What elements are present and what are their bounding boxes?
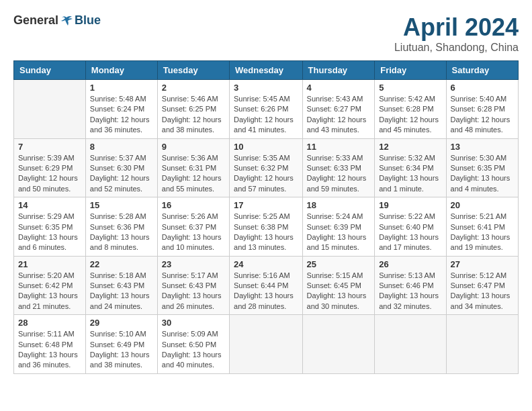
day-info: Sunrise: 5:25 AM Sunset: 6:38 PM Dayligh… — [234, 212, 298, 253]
day-number: 14 — [18, 200, 81, 210]
week-row-2: 7Sunrise: 5:39 AM Sunset: 6:29 PM Daylig… — [14, 138, 519, 197]
calendar-cell: 16Sunrise: 5:26 AM Sunset: 6:37 PM Dayli… — [157, 197, 229, 257]
calendar-cell: 11Sunrise: 5:33 AM Sunset: 6:33 PM Dayli… — [302, 138, 375, 197]
calendar-cell — [375, 315, 446, 374]
day-number: 27 — [451, 259, 514, 269]
day-info: Sunrise: 5:30 AM Sunset: 6:35 PM Dayligh… — [451, 153, 514, 195]
calendar-cell: 7Sunrise: 5:39 AM Sunset: 6:29 PM Daylig… — [14, 138, 86, 197]
logo-blue-text: Blue — [75, 13, 101, 28]
day-number: 6 — [451, 83, 514, 93]
day-info: Sunrise: 5:43 AM Sunset: 6:27 PM Dayligh… — [307, 94, 371, 136]
day-info: Sunrise: 5:21 AM Sunset: 6:41 PM Dayligh… — [451, 212, 514, 253]
day-info: Sunrise: 5:35 AM Sunset: 6:32 PM Dayligh… — [234, 153, 298, 195]
calendar-cell: 1Sunrise: 5:48 AM Sunset: 6:24 PM Daylig… — [85, 80, 157, 139]
day-info: Sunrise: 5:33 AM Sunset: 6:33 PM Dayligh… — [307, 153, 371, 195]
day-number: 1 — [90, 83, 153, 93]
day-number: 8 — [90, 142, 153, 152]
logo-bird-icon — [60, 14, 73, 28]
day-info: Sunrise: 5:48 AM Sunset: 6:24 PM Dayligh… — [90, 94, 153, 136]
day-info: Sunrise: 5:17 AM Sunset: 6:43 PM Dayligh… — [162, 271, 225, 312]
calendar-cell: 18Sunrise: 5:24 AM Sunset: 6:39 PM Dayli… — [302, 197, 375, 257]
calendar-cell: 15Sunrise: 5:28 AM Sunset: 6:36 PM Dayli… — [85, 197, 157, 257]
day-info: Sunrise: 5:29 AM Sunset: 6:35 PM Dayligh… — [18, 212, 81, 253]
day-info: Sunrise: 5:11 AM Sunset: 6:48 PM Dayligh… — [18, 329, 81, 371]
logo: General Blue — [13, 13, 101, 28]
weekday-header-row: SundayMondayTuesdayWednesdayThursdayFrid… — [14, 61, 519, 80]
day-number: 4 — [307, 83, 371, 93]
page-header: General Blue April 2024 Liutuan, Shandon… — [13, 13, 519, 54]
day-number: 11 — [307, 142, 371, 152]
day-info: Sunrise: 5:45 AM Sunset: 6:26 PM Dayligh… — [234, 94, 298, 136]
day-number: 17 — [234, 200, 298, 210]
calendar-cell: 2Sunrise: 5:46 AM Sunset: 6:25 PM Daylig… — [157, 80, 229, 139]
calendar-cell — [230, 315, 303, 374]
day-number: 3 — [234, 83, 298, 93]
calendar-cell: 9Sunrise: 5:36 AM Sunset: 6:31 PM Daylig… — [157, 138, 229, 197]
day-number: 10 — [234, 142, 298, 152]
day-number: 16 — [162, 200, 225, 210]
day-number: 29 — [90, 318, 153, 328]
weekday-header-thursday: Thursday — [302, 61, 375, 80]
day-info: Sunrise: 5:18 AM Sunset: 6:43 PM Dayligh… — [90, 271, 153, 312]
title-section: April 2024 Liutuan, Shandong, China — [394, 13, 519, 54]
day-info: Sunrise: 5:42 AM Sunset: 6:28 PM Dayligh… — [379, 94, 441, 136]
calendar-cell: 13Sunrise: 5:30 AM Sunset: 6:35 PM Dayli… — [446, 138, 518, 197]
week-row-4: 21Sunrise: 5:20 AM Sunset: 6:42 PM Dayli… — [14, 256, 519, 315]
month-title: April 2024 — [394, 13, 519, 42]
day-info: Sunrise: 5:13 AM Sunset: 6:46 PM Dayligh… — [379, 271, 441, 312]
day-info: Sunrise: 5:32 AM Sunset: 6:34 PM Dayligh… — [379, 153, 441, 195]
day-number: 26 — [379, 259, 441, 269]
calendar-cell: 19Sunrise: 5:22 AM Sunset: 6:40 PM Dayli… — [375, 197, 446, 257]
calendar-cell: 5Sunrise: 5:42 AM Sunset: 6:28 PM Daylig… — [375, 80, 446, 139]
weekday-header-wednesday: Wednesday — [230, 61, 303, 80]
weekday-header-sunday: Sunday — [14, 61, 86, 80]
week-row-5: 28Sunrise: 5:11 AM Sunset: 6:48 PM Dayli… — [14, 315, 519, 374]
calendar-cell: 29Sunrise: 5:10 AM Sunset: 6:49 PM Dayli… — [85, 315, 157, 374]
week-row-1: 1Sunrise: 5:48 AM Sunset: 6:24 PM Daylig… — [14, 80, 519, 139]
calendar-cell: 23Sunrise: 5:17 AM Sunset: 6:43 PM Dayli… — [157, 256, 229, 315]
logo-general-text: General — [13, 13, 58, 28]
day-info: Sunrise: 5:12 AM Sunset: 6:47 PM Dayligh… — [451, 271, 514, 312]
day-info: Sunrise: 5:22 AM Sunset: 6:40 PM Dayligh… — [379, 212, 441, 253]
calendar-cell — [302, 315, 375, 374]
day-number: 9 — [162, 142, 225, 152]
calendar-cell: 21Sunrise: 5:20 AM Sunset: 6:42 PM Dayli… — [14, 256, 86, 315]
day-number: 2 — [162, 83, 225, 93]
day-info: Sunrise: 5:37 AM Sunset: 6:30 PM Dayligh… — [90, 153, 153, 195]
calendar-cell: 4Sunrise: 5:43 AM Sunset: 6:27 PM Daylig… — [302, 80, 375, 139]
day-number: 15 — [90, 200, 153, 210]
day-number: 5 — [379, 83, 441, 93]
day-info: Sunrise: 5:15 AM Sunset: 6:45 PM Dayligh… — [307, 271, 371, 312]
day-number: 18 — [307, 200, 371, 210]
calendar-cell: 10Sunrise: 5:35 AM Sunset: 6:32 PM Dayli… — [230, 138, 303, 197]
day-number: 23 — [162, 259, 225, 269]
calendar-cell: 26Sunrise: 5:13 AM Sunset: 6:46 PM Dayli… — [375, 256, 446, 315]
day-number: 19 — [379, 200, 441, 210]
day-number: 7 — [18, 142, 81, 152]
day-number: 22 — [90, 259, 153, 269]
day-number: 30 — [162, 318, 225, 328]
day-info: Sunrise: 5:26 AM Sunset: 6:37 PM Dayligh… — [162, 212, 225, 253]
location-text: Liutuan, Shandong, China — [394, 42, 519, 54]
calendar-cell: 3Sunrise: 5:45 AM Sunset: 6:26 PM Daylig… — [230, 80, 303, 139]
weekday-header-friday: Friday — [375, 61, 446, 80]
day-info: Sunrise: 5:10 AM Sunset: 6:49 PM Dayligh… — [90, 329, 153, 371]
calendar-cell: 8Sunrise: 5:37 AM Sunset: 6:30 PM Daylig… — [85, 138, 157, 197]
day-info: Sunrise: 5:24 AM Sunset: 6:39 PM Dayligh… — [307, 212, 371, 253]
calendar-table: SundayMondayTuesdayWednesdayThursdayFrid… — [13, 60, 519, 374]
weekday-header-monday: Monday — [85, 61, 157, 80]
calendar-cell: 14Sunrise: 5:29 AM Sunset: 6:35 PM Dayli… — [14, 197, 86, 257]
day-info: Sunrise: 5:28 AM Sunset: 6:36 PM Dayligh… — [90, 212, 153, 253]
day-info: Sunrise: 5:46 AM Sunset: 6:25 PM Dayligh… — [162, 94, 225, 136]
calendar-cell — [14, 80, 86, 139]
calendar-cell: 30Sunrise: 5:09 AM Sunset: 6:50 PM Dayli… — [157, 315, 229, 374]
calendar-cell: 22Sunrise: 5:18 AM Sunset: 6:43 PM Dayli… — [85, 256, 157, 315]
calendar-cell: 27Sunrise: 5:12 AM Sunset: 6:47 PM Dayli… — [446, 256, 518, 315]
day-number: 12 — [379, 142, 441, 152]
calendar-cell: 17Sunrise: 5:25 AM Sunset: 6:38 PM Dayli… — [230, 197, 303, 257]
day-info: Sunrise: 5:20 AM Sunset: 6:42 PM Dayligh… — [18, 271, 81, 312]
calendar-cell: 20Sunrise: 5:21 AM Sunset: 6:41 PM Dayli… — [446, 197, 518, 257]
calendar-cell: 28Sunrise: 5:11 AM Sunset: 6:48 PM Dayli… — [14, 315, 86, 374]
day-info: Sunrise: 5:40 AM Sunset: 6:28 PM Dayligh… — [451, 94, 514, 136]
calendar-cell: 6Sunrise: 5:40 AM Sunset: 6:28 PM Daylig… — [446, 80, 518, 139]
